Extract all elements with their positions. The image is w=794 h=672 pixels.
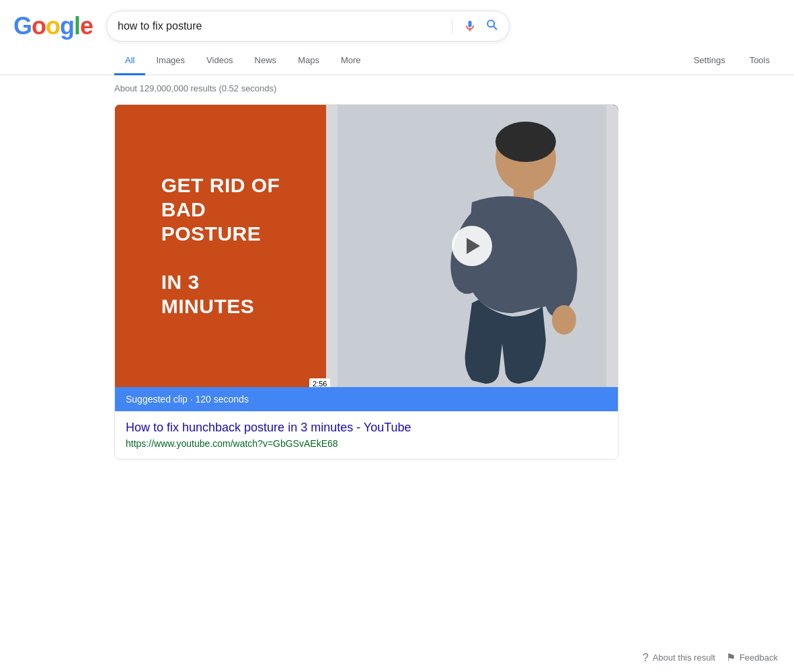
time-tooltip: 2:56 bbox=[309, 378, 330, 387]
settings-link[interactable]: Settings bbox=[683, 47, 736, 75]
about-icon: ? bbox=[643, 652, 649, 664]
feedback-label: Feedback bbox=[740, 653, 778, 663]
search-bar bbox=[106, 11, 510, 42]
tab-videos[interactable]: Videos bbox=[196, 47, 244, 75]
footer-bar: ? About this result ⚑ Feedback bbox=[627, 643, 794, 672]
video-right-panel bbox=[326, 105, 618, 387]
search-input[interactable] bbox=[118, 20, 449, 32]
header: Google bbox=[0, 0, 794, 42]
nav-right: Settings Tools bbox=[683, 47, 794, 75]
video-card: GET RID OFBADPOSTUREIN 3MINUTES bbox=[114, 104, 619, 460]
tab-images[interactable]: Images bbox=[145, 47, 196, 75]
search-divider bbox=[452, 18, 452, 34]
tab-maps[interactable]: Maps bbox=[287, 47, 330, 75]
feedback-link[interactable]: ⚑ Feedback bbox=[726, 651, 778, 664]
main-content: About 129,000,000 results (0.52 seconds)… bbox=[0, 75, 632, 460]
about-result-label: About this result bbox=[653, 653, 715, 663]
video-player[interactable]: GET RID OFBADPOSTUREIN 3MINUTES bbox=[115, 105, 618, 387]
video-overlay-text: GET RID OFBADPOSTUREIN 3MINUTES bbox=[161, 173, 280, 319]
svg-point-4 bbox=[552, 305, 576, 335]
tools-link[interactable]: Tools bbox=[739, 47, 781, 75]
tab-news[interactable]: News bbox=[244, 47, 288, 75]
play-button[interactable] bbox=[452, 226, 492, 266]
google-logo[interactable]: Google bbox=[13, 12, 93, 40]
about-result-link[interactable]: ? About this result bbox=[643, 652, 715, 664]
feedback-icon: ⚑ bbox=[726, 651, 736, 664]
video-info: How to fix hunchback posture in 3 minute… bbox=[115, 411, 618, 459]
results-count: About 129,000,000 results (0.52 seconds) bbox=[114, 75, 632, 104]
video-thumbnail: GET RID OFBADPOSTUREIN 3MINUTES bbox=[115, 105, 618, 387]
search-button[interactable] bbox=[485, 17, 498, 35]
svg-point-2 bbox=[495, 122, 556, 162]
play-triangle-icon bbox=[467, 238, 480, 254]
nav-tabs: All Images Videos News Maps More Setting… bbox=[0, 47, 794, 75]
mic-icon[interactable] bbox=[463, 17, 477, 36]
search-icons bbox=[449, 17, 498, 36]
suggested-clip-bar: Suggested clip · 120 seconds bbox=[115, 387, 618, 411]
tab-all[interactable]: All bbox=[114, 47, 145, 75]
video-url: https://www.youtube.com/watch?v=GbGSvAEk… bbox=[126, 438, 338, 449]
video-left-panel: GET RID OFBADPOSTUREIN 3MINUTES bbox=[115, 105, 326, 387]
tab-more[interactable]: More bbox=[330, 47, 372, 75]
video-title-link[interactable]: How to fix hunchback posture in 3 minute… bbox=[126, 421, 607, 435]
